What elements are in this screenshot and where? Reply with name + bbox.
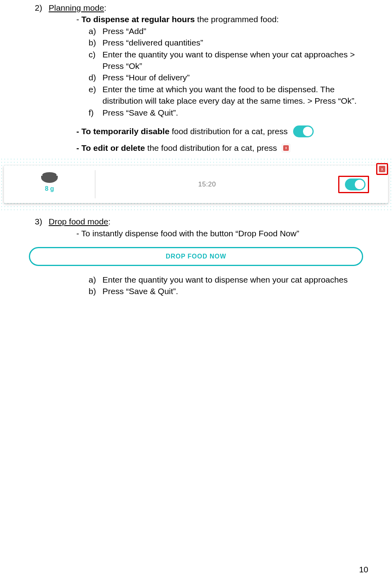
step-letter: b) [89,285,102,297]
step-letter: d) [89,72,102,83]
drop-food-now-button[interactable]: DROP FOOD NOW [29,247,363,266]
toggle-icon[interactable] [345,179,365,190]
list-item: c)Enter the quantity you want to dispens… [89,49,357,72]
section-2-heading: 2) Planning mode: [35,2,357,13]
step-letter: e) [89,84,102,107]
disable-rest: food distribution for a cat, press [169,127,288,136]
drop-food-now-label: DROP FOOD NOW [166,252,226,261]
section-3-steps: a)Enter the quantity you want to dispens… [89,274,357,297]
step-text: Press “delivered quantities” [102,37,357,48]
step-text: Press “Hour of delivery” [102,72,357,83]
card-grams: 8 g [45,184,54,193]
edit-lead: - To edit or delete [76,143,145,152]
section-3-title: Drop food mode [49,217,108,226]
card-time: 15:20 [95,165,319,203]
step-text: Press “Add” [102,25,357,37]
list-item: f)Press “Save & Quit”. [89,107,357,118]
highlight-box [338,176,369,193]
section-2-title: Planning mode [49,3,104,12]
card-quantity-column: 8 g [4,165,95,203]
list-item: a)Enter the quantity you want to dispens… [89,274,357,285]
section-2-number: 2) [35,2,49,13]
section-2-steps: a)Press “Add” b)Press “delivered quantit… [89,25,357,118]
step-letter: b) [89,37,102,48]
disable-lead: - To temporarily disable [76,127,169,136]
schedule-card: 8 g 15:20 x [4,165,388,203]
section-3-intro: - To instantly dispense food with the bu… [76,228,357,239]
step-text: Press “Save & Quit”. [102,285,357,297]
step-text: Enter the quantity you want to dispense … [102,274,357,285]
section-2-intro: - To dispense at regular hours the progr… [76,13,357,25]
section-3-heading: 3) Drop food mode: [35,216,357,227]
dash: - [76,15,81,24]
list-item: b)Press “delivered quantities” [89,37,357,48]
close-icon: x [379,166,385,172]
step-text: Enter the quantity you want to dispense … [102,49,357,72]
step-letter: a) [89,274,102,285]
step-text: Press “Save & Quit”. [102,107,357,118]
list-item: d)Press “Hour of delivery” [89,72,357,83]
disable-line: - To temporarily disable food distributi… [76,125,357,137]
step-letter: a) [89,25,102,37]
bowl-icon [41,176,58,183]
page-number: 10 [359,564,368,575]
schedule-card-screenshot: 8 g 15:20 x [0,158,392,210]
toggle-icon [293,125,314,137]
list-item: a)Press “Add” [89,25,357,37]
section-2-intro-rest: the programmed food: [195,15,279,24]
step-letter: f) [89,107,102,118]
x-glyph: x [283,145,289,151]
edit-rest: the food distribution for a cat, press [145,143,277,152]
section-3-number: 3) [35,216,49,227]
list-item: e)Enter the time at which you want the f… [89,84,357,107]
delete-icon: x [282,144,290,152]
section-2-intro-bold: To dispense at regular hours [81,15,195,24]
edit-line: - To edit or delete the food distributio… [76,142,357,154]
step-text: Enter the time at which you want the foo… [102,84,357,107]
step-letter: c) [89,49,102,72]
card-delete-button[interactable]: x [376,163,388,175]
list-item: b)Press “Save & Quit”. [89,285,357,297]
